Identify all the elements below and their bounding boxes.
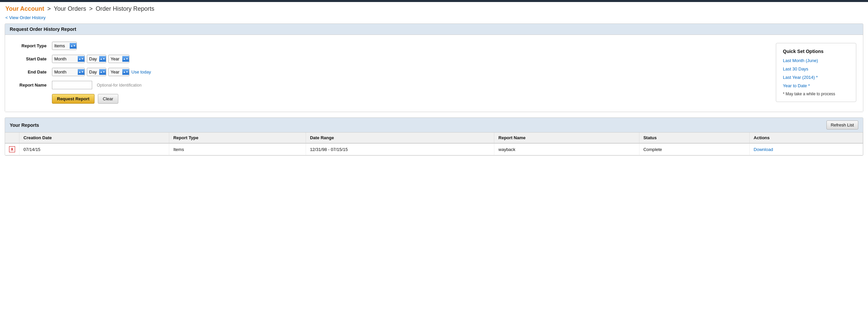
quick-set-last-year[interactable]: Last Year (2014) *	[783, 75, 849, 80]
end-day-wrapper[interactable]: Day 12345 678910 1112131415 1617181920 2…	[87, 68, 106, 76]
report-type-arrow-icon: ▲▼	[70, 44, 76, 47]
start-month-arrow-icon: ▲▼	[79, 57, 84, 60]
col-report-name: Report Name	[494, 133, 639, 143]
col-date-range: Date Range	[306, 133, 494, 143]
reports-table-body: X 07/14/15 Items 12/31/98 - 07/15/15 way…	[5, 143, 863, 155]
report-name-label: Report Name	[12, 83, 52, 88]
breadcrumb-orders: Your Orders	[54, 5, 86, 12]
report-type-select[interactable]: Items Orders	[52, 42, 70, 50]
end-date-row: End Date Month JanuaryFebruaryMarch Apri…	[12, 68, 766, 76]
report-type-label: Report Type	[12, 43, 52, 48]
row-delete-cell: X	[5, 143, 20, 155]
start-year-select[interactable]: Year 20152014201320122011	[108, 55, 122, 63]
row-date-range: 12/31/98 - 07/15/15	[306, 143, 494, 155]
breadcrumb-account[interactable]: Your Account	[5, 5, 44, 12]
quick-set-box: Quick Set Options Last Month (June) Last…	[776, 43, 856, 102]
col-creation-date: Creation Date	[20, 133, 169, 143]
clear-button[interactable]: Clear	[98, 94, 118, 104]
download-link[interactable]: Download	[754, 147, 773, 152]
form-fields: Report Type Items Orders ▲▼ Start Da	[12, 41, 766, 104]
refresh-list-button[interactable]: Refresh List	[827, 120, 858, 130]
report-type-controls: Items Orders ▲▼	[52, 41, 77, 50]
reports-section: Your Reports Refresh List Creation Date …	[5, 117, 863, 156]
breadcrumb-sep1: >	[47, 5, 53, 12]
end-day-arrow: ▲▼	[99, 69, 106, 75]
start-year-wrapper[interactable]: Year 20152014201320122011 ▲▼	[108, 55, 129, 63]
reports-table: Creation Date Report Type Date Range Rep…	[5, 133, 863, 155]
end-date-controls: Month JanuaryFebruaryMarch AprilMayJune …	[52, 68, 151, 76]
quick-set-title: Quick Set Options	[783, 49, 849, 54]
col-status: Status	[639, 133, 749, 143]
report-type-select-wrapper[interactable]: Items Orders ▲▼	[52, 41, 77, 50]
use-today-link[interactable]: Use today	[131, 69, 151, 75]
table-row: X 07/14/15 Items 12/31/98 - 07/15/15 way…	[5, 143, 863, 155]
row-report-name: wayback	[494, 143, 639, 155]
start-month-select[interactable]: Month JanuaryFebruaryMarch AprilMayJune …	[52, 55, 78, 63]
start-month-wrapper[interactable]: Month JanuaryFebruaryMarch AprilMayJune …	[52, 55, 85, 63]
form-area: Report Type Items Orders ▲▼ Start Da	[5, 35, 863, 112]
report-type-arrow: ▲▼	[70, 43, 76, 49]
col-actions: Actions	[749, 133, 863, 143]
view-order-history: < View Order History	[0, 15, 868, 24]
end-year-wrapper[interactable]: Year 20152014201320122011 ▲▼	[108, 68, 129, 76]
end-month-arrow-icon: ▲▼	[79, 71, 84, 74]
start-date-label: Start Date	[12, 56, 52, 61]
end-date-label: End Date	[12, 69, 52, 75]
col-report-type: Report Type	[169, 133, 306, 143]
reports-table-header-row: Creation Date Report Type Date Range Rep…	[5, 133, 863, 143]
report-name-controls: Optional-for Identification	[52, 81, 142, 89]
col-delete	[5, 133, 20, 143]
start-day-select[interactable]: Day 12345 678910 1112131415 1617181920 2…	[87, 55, 99, 63]
delete-icon[interactable]: X	[9, 146, 15, 152]
end-day-select[interactable]: Day 12345 678910 1112131415 1617181920 2…	[87, 68, 99, 76]
start-date-controls: Month JanuaryFebruaryMarch AprilMayJune …	[52, 55, 129, 63]
end-year-arrow: ▲▼	[122, 69, 129, 75]
request-report-button[interactable]: Request Report	[52, 94, 94, 104]
start-month-arrow: ▲▼	[78, 56, 85, 62]
reports-header: Your Reports Refresh List	[5, 118, 863, 133]
breadcrumb-sep2: >	[89, 5, 94, 12]
request-section-header: Request Order History Report	[5, 24, 863, 35]
end-month-wrapper[interactable]: Month JanuaryFebruaryMarch AprilMayJune …	[52, 68, 85, 76]
request-section-title: Request Order History Report	[10, 27, 76, 32]
breadcrumb-current: Order History Reports	[95, 5, 154, 12]
report-name-input[interactable]	[52, 81, 92, 89]
quick-set-last-month[interactable]: Last Month (June)	[783, 58, 849, 63]
row-report-type: Items	[169, 143, 306, 155]
request-section: Request Order History Report Report Type…	[5, 24, 863, 112]
reports-title: Your Reports	[10, 122, 39, 128]
report-name-hint: Optional-for Identification	[97, 83, 142, 88]
form-buttons-row: Request Report Clear	[52, 94, 766, 104]
start-year-arrow-icon: ▲▼	[123, 57, 128, 60]
end-day-arrow-icon: ▲▼	[100, 71, 105, 74]
end-month-select[interactable]: Month JanuaryFebruaryMarch AprilMayJune …	[52, 68, 78, 76]
quick-set-last-30-days[interactable]: Last 30 Days	[783, 66, 849, 72]
end-year-arrow-icon: ▲▼	[123, 71, 128, 74]
quick-set-note: * May take a while to process	[783, 92, 849, 96]
end-year-select[interactable]: Year 20152014201320122011	[108, 68, 122, 76]
start-day-arrow-icon: ▲▼	[100, 57, 105, 60]
start-date-row: Start Date Month JanuaryFebruaryMarch Ap…	[12, 55, 766, 63]
row-actions: Download	[749, 143, 863, 155]
start-year-arrow: ▲▼	[122, 56, 129, 62]
row-status: Complete	[639, 143, 749, 155]
start-day-arrow: ▲▼	[99, 56, 106, 62]
breadcrumb-bar: Your Account > Your Orders > Order Histo…	[0, 2, 868, 15]
report-name-row: Report Name Optional-for Identification	[12, 81, 766, 89]
report-type-row: Report Type Items Orders ▲▼	[12, 41, 766, 50]
start-day-wrapper[interactable]: Day 12345 678910 1112131415 1617181920 2…	[87, 55, 106, 63]
reports-table-header: Creation Date Report Type Date Range Rep…	[5, 133, 863, 143]
end-month-arrow: ▲▼	[78, 69, 85, 75]
row-creation-date: 07/14/15	[20, 143, 169, 155]
view-order-history-link[interactable]: < View Order History	[5, 15, 45, 20]
quick-set-year-to-date[interactable]: Year to Date *	[783, 83, 849, 88]
